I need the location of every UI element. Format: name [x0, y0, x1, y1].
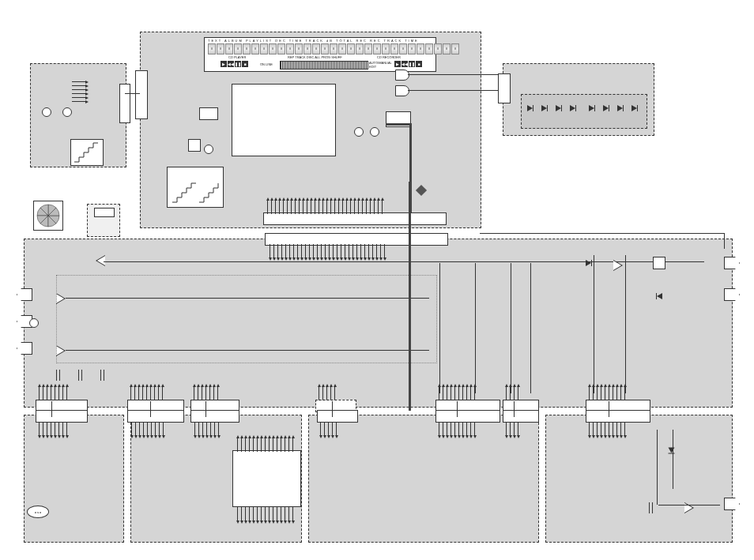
- keypad-matrix: [70, 139, 104, 166]
- xtal: [204, 145, 213, 154]
- lbl-cdplayer: CD PLAYER: [228, 55, 246, 59]
- block-display-control: TEXT ALBUM PLAYLIST DEC TIME TRACK dB TO…: [140, 32, 481, 228]
- vd4: [530, 263, 531, 393]
- d7: [617, 105, 623, 111]
- port-r1: [724, 257, 740, 269]
- long-top-bus-drop: [724, 233, 725, 249]
- opto-1: [653, 257, 665, 269]
- pins-b3: [194, 386, 218, 400]
- bus-thick-h: [386, 123, 412, 126]
- lbl-mid: REP TRACK DISC ALL PROG SHUFF: [288, 55, 342, 59]
- conn-disp-bottom: [263, 212, 447, 225]
- lbl-edit: EDIT: [369, 65, 376, 69]
- bus-hp-disp: [125, 93, 140, 94]
- play-icons-left: ▶ ◀◀ ❚❚ ■: [221, 61, 248, 67]
- opto-in: [29, 318, 39, 328]
- link-pm: [609, 401, 609, 417]
- link-pb2: [205, 401, 206, 417]
- d1: [527, 105, 533, 111]
- seg-row: 88888 88888 88888 88888 88888 8888: [208, 43, 459, 54]
- and-gate-2: [395, 85, 409, 96]
- port-out-3: [17, 342, 32, 355]
- q1: [354, 127, 364, 137]
- pins-b4: [319, 386, 335, 400]
- rew-icon: ◀◀: [228, 61, 234, 67]
- pins-b7: [589, 386, 625, 400]
- pins-rec1: [320, 422, 337, 436]
- d5: [589, 105, 594, 111]
- block-playback: [130, 415, 302, 543]
- cap-2: [78, 370, 80, 381]
- conn-pm-1: [586, 410, 650, 423]
- conn-rec-1: [317, 410, 358, 423]
- pm-v2: [673, 430, 673, 489]
- link-pb1: [150, 401, 151, 417]
- opamp-r1: [613, 260, 623, 271]
- w-and2: [408, 90, 499, 91]
- d-pm: [669, 448, 675, 453]
- d4: [570, 105, 575, 111]
- link-rec1: [332, 401, 333, 417]
- pins-main-top: [270, 244, 385, 258]
- note-oval: o s o: [27, 506, 49, 518]
- link-psu: [51, 401, 52, 417]
- pins-b5: [439, 386, 475, 400]
- bus-h2: [66, 298, 429, 299]
- block-headphone-key: [30, 63, 126, 167]
- fan-conn: [94, 208, 115, 217]
- d-zener: [657, 293, 662, 299]
- vd5: [594, 255, 594, 393]
- conn-rec-2: [435, 410, 500, 423]
- vd6: [625, 255, 626, 393]
- pins-pb1: [131, 422, 164, 436]
- w-and1: [408, 74, 499, 75]
- cap-pm: [649, 502, 650, 513]
- reg-box: [188, 139, 201, 152]
- block-power-mech: [545, 415, 733, 543]
- ribbon-pins-bot: [237, 507, 293, 521]
- adc-block: [167, 167, 224, 208]
- diode-array-box: [521, 94, 647, 129]
- pins-b6: [506, 386, 518, 400]
- conn-hp-right: [119, 84, 130, 123]
- play-icons-right: ▶◀◀❚❚■: [394, 61, 422, 67]
- block-psu: [24, 415, 124, 543]
- pause-icon: ❚❚: [235, 61, 241, 67]
- cap-3: [100, 370, 102, 381]
- pins-psu: [39, 422, 67, 436]
- block-sensor: [503, 63, 654, 136]
- pins-hp: [72, 81, 86, 102]
- jack-1: [42, 107, 51, 117]
- pm-h1: [658, 505, 720, 506]
- bar-meter: [280, 61, 368, 70]
- conn-disp-left: [135, 70, 148, 119]
- conn-psu-top: [36, 410, 88, 423]
- lbl-cdrec: CD RECORDER: [377, 55, 401, 59]
- lcd-panel: TEXT ALBUM PLAYLIST DEC TIME TRACK dB TO…: [204, 37, 436, 72]
- conn-pb-1: [127, 410, 184, 423]
- d2: [541, 105, 547, 111]
- jack-2: [62, 107, 72, 117]
- fan-conn-box: [87, 204, 120, 237]
- link-rec3: [514, 401, 515, 417]
- bus-main-thick: [409, 182, 411, 411]
- bus-h3: [66, 350, 429, 351]
- block-record: [308, 415, 539, 543]
- long-top-bus: [480, 233, 725, 234]
- block-main: [24, 239, 733, 408]
- pins-b1: [39, 386, 67, 400]
- pins-b2: [130, 386, 163, 400]
- conn-pb-2: [190, 410, 239, 423]
- port-r2: [724, 288, 740, 301]
- port-out-1: [17, 288, 32, 301]
- lbl-top: TEXT ALBUM PLAYLIST DEC TIME TRACK dB TO…: [208, 39, 419, 43]
- play-icon: ▶: [221, 61, 227, 67]
- conn-rec-3: [503, 410, 539, 423]
- d6: [603, 105, 609, 111]
- pins-rec3: [506, 422, 518, 436]
- conn-sensor-left: [498, 73, 511, 103]
- port-pm: [724, 498, 740, 510]
- d-main-1: [586, 260, 591, 266]
- cap-1: [56, 370, 58, 381]
- pins-pb2: [194, 422, 219, 436]
